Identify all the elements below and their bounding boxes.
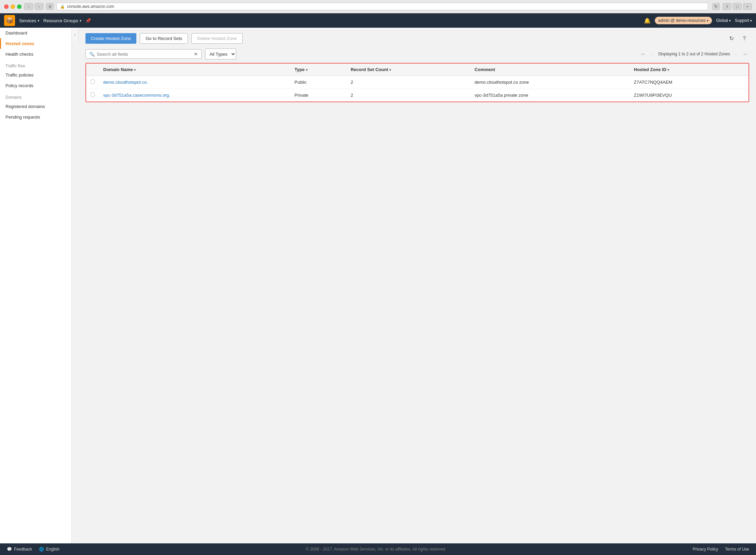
resource-groups-chevron-icon: ▾ [80, 19, 81, 23]
menu-button[interactable]: + [743, 3, 752, 10]
domain-name-sort-icon: ▾ [134, 68, 136, 72]
back-button[interactable]: ‹ [24, 3, 33, 10]
type-filter-select[interactable]: All Types Public Private [205, 49, 236, 59]
services-chevron-icon: ▾ [38, 19, 39, 23]
global-chevron-icon: ▾ [729, 19, 731, 23]
footer: 💬 Feedback 🌐 English © 2008 - 2017, Amaz… [0, 543, 756, 555]
aws-logo: 📦 [4, 15, 15, 26]
reload-button[interactable]: ↻ [712, 3, 720, 10]
sidebar-toggle-button[interactable]: ☰ [46, 3, 54, 10]
row-record-set-count: 2 [347, 76, 471, 89]
th-select [86, 64, 99, 76]
traffic-lights [4, 4, 22, 9]
new-tab-button[interactable]: □ [733, 3, 742, 10]
sidebar-item-traffic-policies[interactable]: Traffic policies [0, 70, 71, 80]
notifications-bell-icon[interactable]: 🔔 [644, 17, 651, 24]
goto-record-sets-button[interactable]: Go to Record Sets [140, 33, 188, 44]
pin-icon[interactable]: 📌 [85, 18, 91, 23]
row-record-set-count: 2 [347, 89, 471, 102]
terms-of-use-link[interactable]: Terms of Use [725, 547, 749, 552]
record-set-count-sort-icon: ▾ [389, 68, 391, 72]
last-page-button[interactable]: ⏭ [742, 50, 749, 58]
services-menu[interactable]: Services ▾ [19, 18, 39, 23]
sidebar-item-health-checks[interactable]: Health checks [0, 49, 71, 59]
hosted-zone-id-sort-icon: ▾ [667, 68, 669, 72]
search-clear-icon[interactable]: ✕ [194, 51, 198, 57]
sidebar-collapse-button[interactable]: ‹ [72, 28, 79, 41]
user-menu[interactable]: admin @ demo-resources ▾ [655, 17, 712, 24]
forward-button[interactable]: › [35, 3, 43, 10]
minimize-button[interactable] [11, 4, 15, 9]
pagination-text: Displaying 1 to 2 out of 2 Hosted Zones [658, 52, 730, 56]
support-menu[interactable]: Support ▾ [735, 18, 752, 23]
sidebar-item-policy-records[interactable]: Policy records [0, 80, 71, 91]
domains-section-header: Domains [0, 91, 71, 101]
sidebar: Dashboard Hosted zones Health checks Tra… [0, 28, 72, 543]
sidebar-item-pending-requests[interactable]: Pending requests [0, 112, 71, 122]
next-page-button[interactable]: › [732, 50, 740, 58]
th-type[interactable]: Type ▾ [291, 64, 347, 76]
row-comment: demo.cloudhotspot.co zone [471, 76, 630, 89]
row-type: Private [291, 89, 347, 102]
resource-groups-label: Resource Groups [43, 18, 78, 23]
row-domain-name: vpc-3d751a5a.casecommons.org. [99, 89, 291, 102]
row-radio-cell [86, 76, 99, 89]
help-button[interactable]: ? [740, 34, 749, 43]
row-domain-name: demo.cloudhotspot.co. [99, 76, 291, 89]
feedback-button[interactable]: 💬 Feedback [7, 547, 32, 552]
english-label: English [46, 547, 59, 552]
hosted-zones-table-container: Domain Name ▾ Type ▾ Record Set Count ▾ [85, 63, 749, 102]
sidebar-item-hosted-zones[interactable]: Hosted zones [0, 38, 71, 49]
search-icon: 🔍 [89, 52, 95, 57]
row-type: Public [291, 76, 347, 89]
domain-name-link[interactable]: vpc-3d751a5a.casecommons.org. [103, 93, 170, 98]
support-chevron-icon: ▾ [750, 19, 752, 23]
search-row: 🔍 ✕ All Types Public Private ⏮ ‹ Display… [85, 49, 749, 59]
sidebar-item-registered-domains[interactable]: Registered domains [0, 101, 71, 112]
prev-page-button[interactable]: ‹ [649, 50, 656, 58]
lock-icon: 🔒 [60, 4, 65, 9]
th-domain-name[interactable]: Domain Name ▾ [99, 64, 291, 76]
table-row: vpc-3d751a5a.casecommons.org. Private 2 … [86, 89, 748, 102]
url-bar[interactable]: 🔒 console.aws.amazon.com [56, 3, 708, 10]
share-button[interactable]: ⇧ [723, 3, 731, 10]
maximize-button[interactable] [17, 4, 22, 9]
privacy-policy-link[interactable]: Privacy Policy [693, 547, 718, 552]
th-hosted-zone-id[interactable]: Hosted Zone ID ▾ [630, 64, 748, 76]
table-row: demo.cloudhotspot.co. Public 2 demo.clou… [86, 76, 748, 89]
resource-groups-menu[interactable]: Resource Groups ▾ [43, 18, 81, 23]
search-box: 🔍 ✕ [85, 49, 202, 59]
language-selector[interactable]: 🌐 English [39, 547, 59, 552]
main-content: Create Hosted Zone Go to Record Sets Del… [79, 28, 756, 543]
refresh-button[interactable]: ↻ [727, 34, 736, 43]
toolbar: Create Hosted Zone Go to Record Sets Del… [85, 33, 749, 44]
table-header-row: Domain Name ▾ Type ▾ Record Set Count ▾ [86, 64, 748, 76]
pagination-info: ⏮ ‹ Displaying 1 to 2 out of 2 Hosted Zo… [639, 50, 749, 58]
first-page-button[interactable]: ⏮ [639, 50, 647, 58]
row-comment: vpc-3d751a5a private zone [471, 89, 630, 102]
global-menu[interactable]: Global ▾ [716, 18, 731, 23]
th-record-set-count[interactable]: Record Set Count ▾ [347, 64, 471, 76]
sidebar-item-dashboard[interactable]: Dashboard [0, 28, 71, 38]
user-chevron-icon: ▾ [707, 19, 708, 23]
user-label: admin @ demo-resources [658, 18, 705, 23]
delete-hosted-zone-button[interactable]: Delete Hosted Zone [191, 33, 243, 44]
support-label: Support [735, 18, 749, 23]
aws-topnav: 📦 Services ▾ Resource Groups ▾ 📌 🔔 admin… [0, 13, 756, 28]
hosted-zones-table: Domain Name ▾ Type ▾ Record Set Count ▾ [86, 64, 748, 101]
traffic-flow-section-header: Traffic flow [0, 59, 71, 70]
row-radio-0[interactable] [90, 79, 95, 84]
close-button[interactable] [4, 4, 9, 9]
footer-copyright: © 2008 - 2017, Amazon Web Services, Inc.… [66, 547, 686, 552]
search-input[interactable] [97, 52, 192, 57]
services-label: Services [19, 18, 36, 23]
row-radio-1[interactable] [90, 92, 95, 97]
row-hosted-zone-id: Z1WI7U9PI3EVQU [630, 89, 748, 102]
domain-name-link[interactable]: demo.cloudhotspot.co. [103, 80, 148, 85]
create-hosted-zone-button[interactable]: Create Hosted Zone [85, 33, 136, 44]
feedback-label: Feedback [14, 547, 32, 552]
footer-links: Privacy Policy Terms of Use [693, 547, 749, 552]
row-hosted-zone-id: Z7ATC7NQQ4AEM [630, 76, 748, 89]
type-sort-icon: ▾ [306, 68, 308, 72]
url-text: console.aws.amazon.com [67, 4, 114, 9]
